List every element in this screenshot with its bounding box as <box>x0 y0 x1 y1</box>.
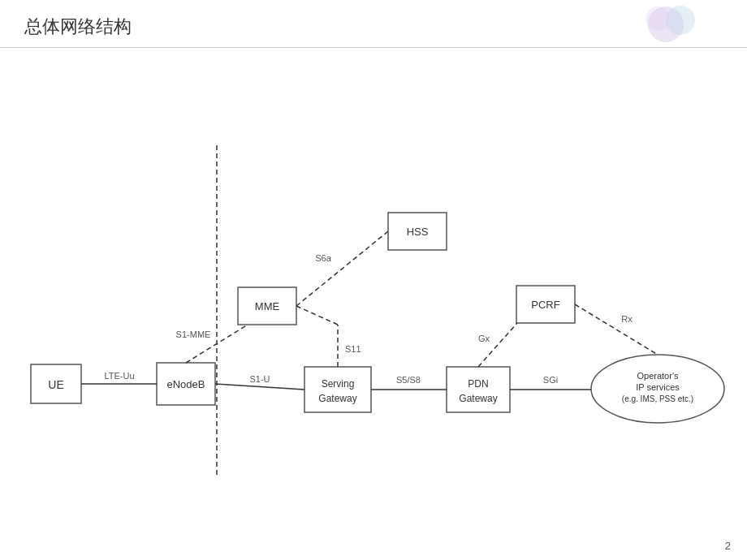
diagram-area: UE eNodeB Serving Gateway PDN Gateway MM… <box>0 48 747 559</box>
svg-point-2 <box>646 6 670 31</box>
decorative-circles <box>617 4 706 49</box>
svg-text:Serving: Serving <box>322 378 355 390</box>
svg-line-26 <box>215 384 304 390</box>
page-header: 总体网络结构 <box>0 0 747 48</box>
svg-text:S5/S8: S5/S8 <box>396 375 421 385</box>
page-number: 2 <box>725 540 731 552</box>
svg-line-41 <box>575 304 658 355</box>
svg-text:LTE-Uu: LTE-Uu <box>104 371 134 381</box>
svg-text:Gx: Gx <box>478 334 490 343</box>
svg-text:PDN: PDN <box>468 378 488 390</box>
network-diagram: UE eNodeB Serving Gateway PDN Gateway MM… <box>0 48 747 559</box>
svg-text:MME: MME <box>255 300 280 312</box>
svg-text:UE: UE <box>48 378 63 391</box>
svg-text:S1-U: S1-U <box>249 374 270 384</box>
svg-rect-8 <box>304 367 371 412</box>
svg-text:eNodeB: eNodeB <box>167 378 205 390</box>
svg-text:PCRF: PCRF <box>531 299 559 311</box>
svg-text:S1-MME: S1-MME <box>176 330 211 339</box>
svg-text:S6a: S6a <box>315 253 331 263</box>
svg-text:SGi: SGi <box>543 375 558 385</box>
svg-text:Operator's: Operator's <box>637 371 679 381</box>
svg-text:Gateway: Gateway <box>459 393 497 404</box>
svg-point-1 <box>666 6 695 35</box>
page-title: 总体网络结构 <box>24 15 132 39</box>
svg-text:HSS: HSS <box>407 226 429 238</box>
svg-text:(e.g. IMS, PSS etc.): (e.g. IMS, PSS etc.) <box>622 394 693 403</box>
svg-text:S11: S11 <box>345 344 361 354</box>
svg-text:Rx: Rx <box>621 314 633 324</box>
svg-line-34 <box>296 231 388 306</box>
svg-line-37 <box>296 306 338 325</box>
svg-text:Gateway: Gateway <box>318 393 356 404</box>
svg-text:IP services: IP services <box>636 382 680 392</box>
svg-line-39 <box>478 323 517 367</box>
svg-rect-11 <box>447 367 510 412</box>
